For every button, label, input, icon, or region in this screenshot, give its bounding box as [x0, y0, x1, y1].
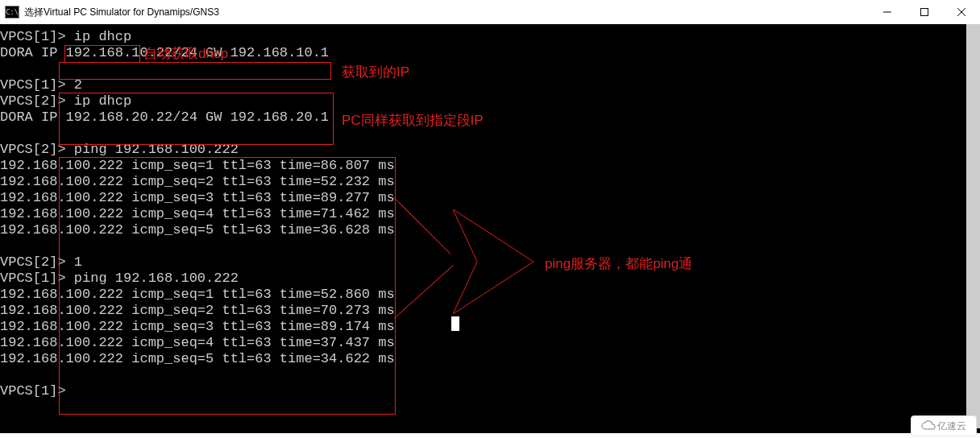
svg-marker-4 [453, 209, 534, 314]
window: C:\ 选择Virtual PC Simulator for Dynamips/… [0, 0, 980, 438]
annotation-pc-same: PC同样获取到指定段IP [342, 111, 484, 130]
terminal-line: DORA IP 192.168.20.22/24 GW 192.168.20.1 [0, 110, 980, 126]
terminal-line [0, 367, 980, 383]
terminal-line: VPCS[1]> 2 [0, 77, 980, 93]
terminal-line: 192.168.100.222 icmp_seq=4 ttl=63 time=3… [0, 335, 980, 351]
terminal-line: VPCS[2]> ping 192.168.100.222 [0, 142, 980, 158]
annotation-got-ip: 获取到的IP [342, 63, 409, 81]
watermark-text: 亿速云 [937, 419, 966, 433]
watermark: 亿速云 [911, 415, 977, 436]
annotation-ping-ok: ping服务器，都能ping通 [545, 254, 692, 273]
close-button[interactable] [943, 0, 980, 24]
arrow-icon [453, 209, 550, 314]
terminal-line: 192.168.100.222 icmp_seq=2 ttl=63 time=5… [0, 174, 980, 190]
minimize-button[interactable] [869, 0, 906, 24]
terminal-line: VPCS[1]> ip dhcp [0, 29, 980, 45]
text-cursor [451, 316, 459, 331]
scroll-thumb[interactable] [966, 24, 980, 428]
terminal-line: 192.168.100.222 icmp_seq=3 ttl=63 time=8… [0, 319, 980, 335]
titlebar[interactable]: C:\ 选择Virtual PC Simulator for Dynamips/… [0, 0, 980, 25]
window-title: 选择Virtual PC Simulator for Dynamips/GNS3 [24, 6, 869, 19]
terminal-line [0, 61, 980, 77]
window-controls [869, 0, 980, 24]
svg-rect-1 [921, 9, 928, 16]
terminal-line: 192.168.100.222 icmp_seq=3 ttl=63 time=8… [0, 190, 980, 206]
terminal-line: 192.168.100.222 icmp_seq=1 ttl=63 time=8… [0, 158, 980, 174]
terminal-line: VPCS[2]> ip dhcp [0, 93, 980, 110]
terminal-line: 192.168.100.222 icmp_seq=5 ttl=63 time=3… [0, 351, 980, 367]
terminal-line: VPCS[1]> [0, 383, 980, 399]
maximize-button[interactable] [906, 0, 943, 24]
app-icon: C:\ [5, 6, 19, 19]
annotation-auto-dhcp: 自动获取dhcp [143, 44, 228, 63]
terminal-line [0, 126, 980, 142]
scrollbar[interactable] [966, 24, 980, 428]
